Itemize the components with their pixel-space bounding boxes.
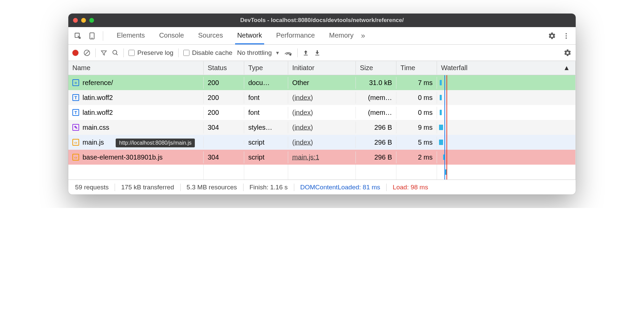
time-cell: 5 ms — [396, 137, 437, 148]
col-size[interactable]: Size — [356, 61, 396, 75]
col-waterfall[interactable]: Waterfall ▲ — [437, 61, 576, 75]
doc-file-icon: ≡ — [72, 79, 79, 86]
status-bar: 59 requests 175 kB transferred 5.3 MB re… — [68, 180, 576, 194]
table-row[interactable]: ✎main.css304styles…(index)296 B9 ms — [68, 120, 576, 135]
request-name: latin.woff2 — [83, 109, 113, 117]
disable-cache-input[interactable] — [183, 50, 189, 56]
network-toolbar: Preserve log Disable cache No throttling… — [68, 45, 576, 61]
col-initiator[interactable]: Initiator — [288, 61, 356, 75]
svg-point-3 — [566, 33, 567, 34]
maximize-window-button[interactable] — [89, 18, 94, 23]
col-type[interactable]: Type — [244, 61, 288, 75]
inspect-element-icon[interactable] — [72, 30, 84, 42]
tab-console[interactable]: Console — [157, 27, 186, 44]
load-marker — [446, 105, 447, 120]
status-cell: 200 — [204, 77, 244, 89]
network-table-body: ≡reference/200docu…Other31.0 kB7 msTlati… — [68, 75, 576, 180]
network-conditions-icon[interactable] — [284, 49, 293, 56]
status-resources: 5.3 MB resources — [181, 184, 244, 191]
download-har-icon[interactable] — [314, 49, 321, 56]
waterfall-bar — [439, 125, 443, 130]
size-cell: (mem… — [356, 92, 396, 104]
time-cell: 0 ms — [396, 107, 437, 119]
minimize-window-button[interactable] — [81, 18, 86, 23]
time-cell: 2 ms — [396, 151, 437, 163]
size-cell: (mem… — [356, 107, 396, 119]
js-file-icon: ‹› — [72, 139, 79, 146]
type-cell: styles… — [244, 122, 288, 133]
load-marker — [446, 135, 447, 150]
more-menu-icon[interactable] — [560, 30, 572, 42]
size-cell: 296 B — [356, 122, 396, 133]
preserve-log-checkbox[interactable]: Preserve log — [129, 49, 174, 57]
device-toggle-icon[interactable] — [86, 30, 98, 42]
request-name: base-element-3018901b.js — [83, 153, 163, 161]
tab-memory[interactable]: Memory — [327, 27, 355, 44]
svg-point-5 — [566, 37, 567, 39]
tab-performance[interactable]: Performance — [274, 27, 317, 44]
waterfall-cell — [437, 135, 576, 150]
waterfall-bar — [440, 95, 442, 100]
waterfall-cell — [437, 105, 576, 120]
font-file-icon: T — [72, 94, 79, 101]
filter-icon[interactable] — [100, 49, 107, 56]
status-cell: 200 — [204, 107, 244, 119]
tabbar-divider — [103, 31, 103, 41]
col-status[interactable]: Status — [204, 61, 244, 75]
initiator-link[interactable]: (index) — [292, 124, 313, 131]
dcl-marker — [444, 90, 445, 105]
settings-icon[interactable] — [546, 30, 558, 42]
tabs-overflow-icon[interactable]: » — [358, 32, 368, 40]
table-row[interactable]: Tlatin.woff2200font(index)(mem…0 ms — [68, 105, 576, 120]
table-row[interactable]: ‹›base-element-3018901b.js304scriptmain.… — [68, 150, 576, 165]
table-row[interactable]: ‹›main.jshttp://localhost:8080/js/main.j… — [68, 135, 576, 150]
initiator-link[interactable]: (index) — [292, 109, 313, 116]
initiator-link[interactable]: (index) — [292, 139, 313, 146]
disable-cache-checkbox[interactable]: Disable cache — [183, 49, 232, 57]
load-marker — [446, 75, 447, 90]
initiator-link: Other — [292, 79, 309, 86]
clear-icon[interactable] — [83, 49, 91, 57]
status-transferred: 175 kB transferred — [115, 184, 180, 191]
svg-point-8 — [113, 50, 117, 54]
time-cell: 0 ms — [396, 92, 437, 104]
throttling-select[interactable]: No throttling ▼ — [237, 49, 280, 57]
preserve-log-input[interactable] — [129, 50, 135, 56]
waterfall-cell — [437, 120, 576, 135]
type-cell: docu… — [244, 77, 288, 89]
svg-point-10 — [290, 54, 292, 56]
sort-arrow-icon: ▲ — [563, 64, 570, 72]
initiator-link[interactable]: (index) — [292, 94, 313, 101]
upload-har-icon[interactable] — [302, 49, 309, 56]
load-marker — [446, 150, 447, 165]
status-finish: Finish: 1.16 s — [244, 184, 294, 191]
record-button[interactable] — [72, 50, 78, 56]
font-file-icon: T — [72, 109, 79, 116]
chevron-down-icon: ▼ — [275, 50, 280, 56]
main-tabbar: ElementsConsoleSourcesNetworkPerformance… — [68, 27, 576, 45]
status-cell: 304 — [204, 151, 244, 163]
request-name: main.js — [83, 139, 104, 146]
svg-line-7 — [85, 51, 89, 55]
svg-rect-11 — [304, 55, 308, 55]
request-name: reference/ — [83, 79, 113, 87]
dcl-marker — [444, 135, 445, 150]
col-time[interactable]: Time — [396, 61, 437, 75]
table-row[interactable]: ≡reference/200docu…Other31.0 kB7 ms — [68, 75, 576, 90]
titlebar: DevTools - localhost:8080/docs/devtools/… — [68, 14, 576, 27]
initiator-link[interactable]: main.js:1 — [292, 153, 319, 161]
close-window-button[interactable] — [73, 18, 78, 23]
table-row[interactable]: Tlatin.woff2200font(index)(mem…0 ms — [68, 90, 576, 105]
tab-network[interactable]: Network — [235, 27, 264, 44]
dcl-marker — [444, 120, 445, 135]
panel-settings-icon[interactable] — [564, 49, 572, 57]
preserve-log-label: Preserve log — [137, 49, 174, 57]
col-name[interactable]: Name — [68, 61, 204, 75]
status-dcl: DOMContentLoaded: 81 ms — [294, 184, 387, 191]
search-icon[interactable] — [112, 49, 119, 56]
js-file-icon: ‹› — [72, 154, 79, 161]
tab-sources[interactable]: Sources — [196, 27, 225, 44]
size-cell: 296 B — [356, 137, 396, 148]
tab-elements[interactable]: Elements — [115, 27, 147, 44]
waterfall-cell — [437, 75, 576, 90]
